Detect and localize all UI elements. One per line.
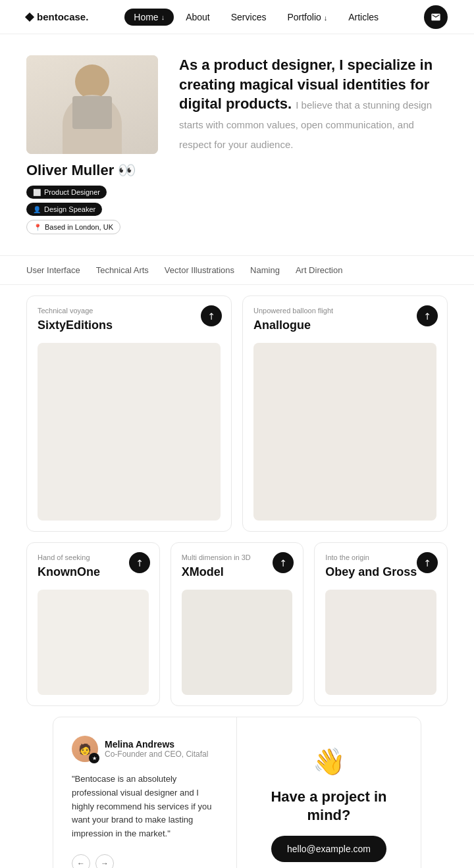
skill-vector-illustrations: Vector Illustrations	[165, 264, 234, 276]
nav-about[interactable]: About	[176, 9, 219, 26]
nav-services[interactable]: Services	[222, 9, 276, 26]
hero-photo	[26, 55, 158, 154]
navigation: bentocase. Home About Services Portfolio…	[0, 0, 474, 34]
nav-portfolio[interactable]: Portfolio	[278, 9, 336, 26]
logo-icon	[25, 12, 34, 21]
nav-links: Home About Services Portfolio Articles	[124, 9, 388, 26]
portfolio-card-known-one[interactable]: Hand of seeking KnownOne ↗	[26, 542, 160, 706]
avatar-badge: ★	[89, 753, 99, 763]
skill-art-direction: Art Direction	[296, 264, 343, 276]
nav-home[interactable]: Home	[124, 9, 174, 26]
card-arrow-button[interactable]: ↗	[417, 552, 438, 573]
cta-panel: 👋 Have a project in mind? hello@example.…	[237, 717, 421, 868]
badge-product-designer: ⬜ Product Designer	[26, 186, 107, 199]
skill-user-interface: User Interface	[26, 264, 80, 276]
skills-ticker: User Interface Technical Arts Vector Ill…	[0, 255, 474, 285]
testimonial-panel: 🧑 ★ Melina Andrews Co-Founder and CEO, C…	[53, 717, 237, 868]
card-tag: Unpowered balloon flight	[253, 307, 436, 315]
author-name: Melina Andrews	[105, 739, 208, 750]
cta-title: Have a project in mind?	[255, 788, 402, 825]
badge-location: 📍 Based in London, UK	[26, 220, 120, 234]
card-title: Anallogue	[253, 319, 436, 332]
hero-section: Oliver Muller 👀 ⬜ Product Designer 👤 Des…	[0, 34, 474, 255]
hero-name: Oliver Muller 👀	[26, 162, 158, 179]
card-preview	[38, 343, 221, 521]
card-title: SixtyEditions	[38, 319, 221, 332]
card-tag: Technical voyage	[38, 307, 221, 315]
email-button[interactable]	[424, 5, 448, 29]
hero-right: As a product designer, I specialize in c…	[179, 55, 448, 153]
skill-naming: Naming	[250, 264, 280, 276]
hero-headline: As a product designer, I specialize in c…	[179, 55, 448, 153]
hero-left: Oliver Muller 👀 ⬜ Product Designer 👤 Des…	[26, 55, 158, 234]
cta-email-button[interactable]: hello@example.com	[271, 836, 386, 862]
portfolio-card-anallogue[interactable]: Unpowered balloon flight Anallogue ↗	[242, 295, 448, 532]
testimonial-next-button[interactable]: →	[95, 854, 114, 868]
badge-design-speaker: 👤 Design Speaker	[26, 203, 102, 216]
portfolio-card-sixty-editions[interactable]: Technical voyage SixtyEditions ↗	[26, 295, 232, 532]
avatar: 🧑 ★	[72, 736, 98, 762]
author-info: Melina Andrews Co-Founder and CEO, Citaf…	[105, 739, 208, 759]
testimonial-text: "Bentocase is an absolutely professional…	[72, 773, 218, 841]
bottom-section: 🧑 ★ Melina Andrews Co-Founder and CEO, C…	[53, 717, 421, 868]
card-preview	[182, 590, 293, 695]
email-icon	[431, 12, 441, 22]
card-arrow-button[interactable]: ↗	[129, 552, 150, 573]
testimonial-prev-button[interactable]: ←	[72, 854, 90, 868]
portfolio-card-obey-gross[interactable]: Into the origin Obey and Gross ↗	[314, 542, 448, 706]
card-preview	[325, 590, 436, 695]
name-emoji: 👀	[118, 162, 136, 179]
card-preview	[253, 343, 436, 521]
portfolio-featured-row: Technical voyage SixtyEditions ↗ Unpower…	[26, 295, 448, 532]
card-preview	[38, 590, 149, 695]
logo[interactable]: bentocase.	[26, 11, 88, 22]
card-arrow-button[interactable]: ↗	[417, 305, 438, 326]
hero-badges: ⬜ Product Designer 👤 Design Speaker 📍 Ba…	[26, 186, 158, 234]
wave-emoji: 👋	[313, 746, 346, 777]
logo-text: bentocase.	[37, 11, 88, 22]
testimonial-nav: ← →	[72, 854, 218, 868]
nav-articles[interactable]: Articles	[339, 9, 388, 26]
card-arrow-button[interactable]: ↗	[201, 305, 222, 326]
testimonial-author: 🧑 ★ Melina Andrews Co-Founder and CEO, C…	[72, 736, 218, 762]
portfolio-section: Technical voyage SixtyEditions ↗ Unpower…	[0, 285, 474, 706]
portfolio-small-row: Hand of seeking KnownOne ↗ Multi dimensi…	[26, 542, 448, 706]
author-role: Co-Founder and CEO, Citafal	[105, 750, 208, 759]
skill-technical-arts: Technical Arts	[96, 264, 149, 276]
portfolio-card-x-model[interactable]: Multi dimension in 3D XModel ↗	[171, 542, 304, 706]
